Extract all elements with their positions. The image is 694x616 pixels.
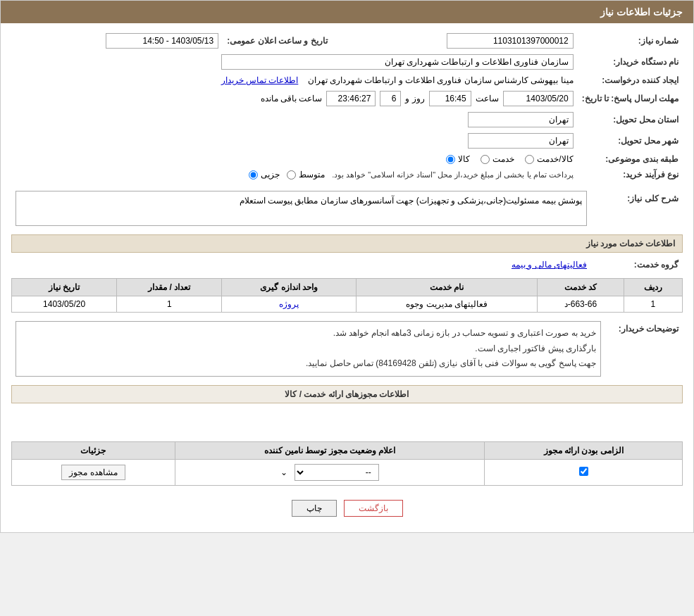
buyer-org-label: نام دستگاه خریدار: <box>578 51 683 73</box>
page-header: جزئیات اطلاعات نیاز <box>1 1 693 23</box>
perm-col-status: اعلام وضعیت مجوز توسط نامین کننده <box>175 441 485 459</box>
perm-status-select[interactable]: -- <box>295 464 379 481</box>
col-code: کد خدمت <box>538 279 624 296</box>
created-by-value: مینا بیهوشی کارشناس سازمان فناوری اطلاعا… <box>11 73 578 88</box>
bottom-buttons: بازگشت چاپ <box>11 491 683 525</box>
perm-required-cell <box>485 459 683 485</box>
col-unit: واحد اندازه گیری <box>222 279 357 296</box>
buyer-note-line-2: بارگذاری پیش فاکتور اجباری است. <box>20 341 596 357</box>
time-label: ساعت <box>476 94 499 103</box>
perm-col-required: الزامی بودن ارائه مجوز <box>485 441 683 459</box>
general-desc-label: شرح کلی نیاز: <box>591 188 683 229</box>
subject-radios: کالا/خدمت خدمت کالا <box>11 151 578 167</box>
perm-required-checkbox[interactable] <box>579 467 588 476</box>
cell-date: 1403/05/20 <box>12 296 117 313</box>
permissions-section-label: اطلاعات مجوزهای ارائه خدمت / کالا <box>11 385 683 403</box>
perm-chevron-icon: ⌄ <box>280 467 287 477</box>
cell-unit: پروژه <box>222 296 357 313</box>
city-label: شهر محل تحویل: <box>578 130 683 151</box>
created-by-label: ایجاد کننده درخواست: <box>578 73 683 88</box>
perm-details-cell: مشاهده مجوز <box>12 459 175 485</box>
radio-kala-khedmat[interactable]: کالا/خدمت <box>525 154 573 164</box>
radio-khedmat[interactable]: خدمت <box>481 154 514 164</box>
city-input: تهران <box>468 133 574 149</box>
province-label: استان محل تحویل: <box>578 109 683 130</box>
buyer-org-input: سازمان فناوری اطلاعات و ارتباطات شهرداری… <box>221 54 574 70</box>
perm-table-row: -- ⌄ مشاهده مجوز <box>12 459 683 485</box>
general-desc-input[interactable]: پوشش بیمه مسئولیت(جانی،پزشکی و تجهیزات) … <box>16 191 587 226</box>
back-button[interactable]: بازگشت <box>344 500 403 517</box>
announce-date-label: تاریخ و ساعت اعلان عمومی: <box>223 30 341 51</box>
city-value: تهران <box>11 130 578 151</box>
process-row: پرداخت تمام یا بخشی از مبلغ خرید،از محل … <box>11 167 578 182</box>
buyer-org-value: سازمان فناوری اطلاعات و ارتباطات شهرداری… <box>11 51 578 73</box>
process-label: نوع فرآیند خرید: <box>578 167 683 182</box>
radio-jozii[interactable]: جزیی <box>249 170 280 180</box>
header-title: جزئیات اطلاعات نیاز <box>600 6 683 18</box>
subject-label: طبقه بندی موضوعی: <box>578 151 683 167</box>
service-group-value: فعالیتهای مالی و بیمه <box>11 257 591 272</box>
send-remaining-input: 23:46:27 <box>326 91 376 106</box>
remaining-label: ساعت باقی مانده <box>261 94 323 103</box>
perm-col-details: جزئیات <box>12 441 175 459</box>
general-desc-table: شرح کلی نیاز: پوشش بیمه مسئولیت(جانی،پزش… <box>11 188 683 229</box>
service-group-table: گروه خدمت: فعالیتهای مالی و بیمه <box>11 257 683 272</box>
days-label: روز و <box>405 94 424 103</box>
send-deadline-label: مهلت ارسال پاسخ: تا تاریخ: <box>578 88 683 109</box>
cell-row: 1 <box>624 296 682 313</box>
cell-qty: 1 <box>117 296 222 313</box>
buyer-note-line-1: خرید به صورت اعتباری و تسویه حساب در باز… <box>20 326 596 341</box>
need-number-value: 1103101397000012 <box>342 30 578 51</box>
process-note: پرداخت تمام یا بخشی از مبلغ خرید،از محل … <box>332 170 574 180</box>
buyer-notes-table: توضیحات خریدار: خرید به صورت اعتباری و ت… <box>11 318 683 379</box>
col-name: نام خدمت <box>357 279 538 296</box>
buyer-note-line-3: جهت پاسخ گویی به سوالات فنی با آقای نیاز… <box>20 356 596 372</box>
service-group-link[interactable]: فعالیتهای مالی و بیمه <box>512 260 587 270</box>
buyer-notes-value: خرید به صورت اعتباری و تسویه حساب در باز… <box>11 318 605 379</box>
province-value: تهران <box>11 109 578 130</box>
cell-name: فعالیتهای مدیریت وجوه <box>357 296 538 313</box>
perm-status-cell: -- ⌄ <box>175 459 485 485</box>
view-permission-button[interactable]: مشاهده مجوز <box>61 465 125 480</box>
cell-code: 663-66-د <box>538 296 624 313</box>
announce-date-input: 1403/05/13 - 14:50 <box>106 33 218 49</box>
radio-motaset[interactable]: متوسط <box>287 170 325 180</box>
col-row: ردیف <box>624 279 682 296</box>
services-section-header: اطلاعات خدمات مورد نیاز <box>11 234 683 253</box>
buyer-notes-content: خرید به صورت اعتباری و تسویه حساب در باز… <box>16 321 601 377</box>
send-date-input: 1403/05/20 <box>503 91 574 106</box>
info-table: شماره نیاز: 1103101397000012 تاریخ و ساع… <box>11 30 683 182</box>
general-desc-value: پوشش بیمه مسئولیت(جانی،پزشکی و تجهیزات) … <box>11 188 591 229</box>
province-input: تهران <box>468 112 574 127</box>
table-row: 1 663-66-د فعالیتهای مدیریت وجوه پروژه 1… <box>12 296 683 313</box>
send-time-input: 16:45 <box>429 91 471 106</box>
need-number-label: شماره نیاز: <box>578 30 683 51</box>
col-date: تاریخ نیاز <box>12 279 117 296</box>
services-table: ردیف کد خدمت نام خدمت واحد اندازه گیری ت… <box>11 278 683 313</box>
contact-link[interactable]: اطلاعات تماس خریدار <box>221 75 299 85</box>
permissions-table: الزامی بودن ارائه مجوز اعلام وضعیت مجوز … <box>11 441 683 486</box>
service-group-label: گروه خدمت: <box>591 257 683 272</box>
send-deadline-row: 1403/05/20 ساعت 16:45 روز و 6 23:46:27 <box>11 88 578 109</box>
print-button[interactable]: چاپ <box>292 500 337 517</box>
need-number-input: 1103101397000012 <box>447 33 574 49</box>
col-qty: تعداد / مقدار <box>117 279 222 296</box>
buyer-notes-label: توضیحات خریدار: <box>605 318 683 379</box>
radio-kala[interactable]: کالا <box>446 154 470 164</box>
announce-date-value: 1403/05/13 - 14:50 <box>11 30 223 51</box>
send-days-input: 6 <box>380 91 401 106</box>
